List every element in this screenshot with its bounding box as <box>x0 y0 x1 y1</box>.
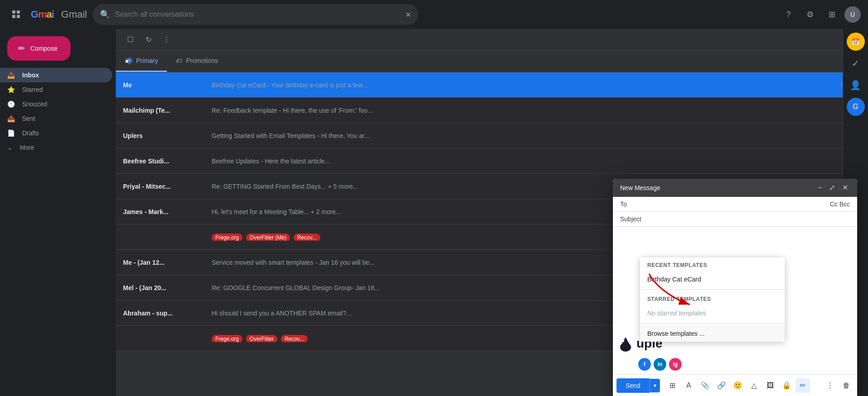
email-sender: Abraham - sup... <box>123 310 204 317</box>
right-panel-contacts-icon[interactable]: 👤 <box>847 76 865 94</box>
search-bar[interactable]: 🔍 ✕ <box>93 4 418 25</box>
snoozed-icon: 🕐 <box>7 100 15 108</box>
insert-link-button[interactable]: 🔗 <box>714 378 729 393</box>
avatar[interactable]: U <box>844 6 861 23</box>
compose-header: New Message − ⤢ ✕ <box>613 179 857 197</box>
sidebar-item-label: Inbox <box>22 72 39 79</box>
email-sender: Me - (Jan 12... <box>123 259 204 266</box>
format-text-button[interactable]: A <box>682 378 696 393</box>
more-icon: ⌄ <box>7 144 13 151</box>
select-all-btn[interactable]: ☐ <box>123 33 138 47</box>
to-label: To <box>620 200 643 208</box>
minimize-button[interactable]: − <box>816 183 824 192</box>
sidebar-item-starred[interactable]: ⭐ Starred <box>0 82 112 97</box>
svg-rect-3 <box>17 15 20 18</box>
cc-bcc-label[interactable]: Cc Bcc <box>830 200 850 208</box>
close-button[interactable]: ✕ <box>840 183 850 192</box>
inbox-icon: 📥 <box>7 72 15 79</box>
starred-templates-empty: No starred templates <box>640 305 785 321</box>
expand-button[interactable]: ⤢ <box>827 183 837 192</box>
svg-rect-2 <box>12 15 15 18</box>
templates-divider <box>640 289 785 290</box>
tab-primary-icon: 📬 <box>125 57 133 64</box>
recent-templates-title: Recent templates <box>640 258 785 271</box>
delete-draft-button[interactable]: 🗑 <box>839 378 854 393</box>
email-subject: Re: Feedback template - Hi there, the us… <box>212 107 854 114</box>
tag-pill: OverFitter (Me) <box>246 234 290 241</box>
browse-templates-button[interactable]: Browse templates ... <box>640 325 785 342</box>
send-btn-group: Send ▾ <box>617 378 660 393</box>
right-panel-calendar-icon[interactable]: 📅 <box>847 33 865 51</box>
compose-subject-field: Subject <box>613 212 857 227</box>
more-formatting-button[interactable]: ⊞ <box>665 378 680 393</box>
right-panel-blue-btn[interactable]: G <box>847 98 865 116</box>
compose-title: New Message <box>620 184 660 191</box>
tab-promotions-icon: 🏷 <box>176 57 182 64</box>
emoji-button[interactable]: 🙂 <box>730 378 745 393</box>
table-row[interactable]: Mailchimp (Te... Re: Feedback template -… <box>116 98 868 123</box>
help-icon[interactable]: ? <box>779 5 797 24</box>
sent-icon: 📤 <box>7 115 15 122</box>
to-input[interactable] <box>643 200 830 208</box>
social-facebook-icon[interactable]: f <box>638 358 651 371</box>
tag-pill: Recov... <box>281 335 308 342</box>
more-btn[interactable]: ⋮ <box>159 33 174 47</box>
send-dropdown-button[interactable]: ▾ <box>650 379 660 392</box>
sidebar-item-label: Snoozed <box>22 100 47 108</box>
compose-header-actions: − ⤢ ✕ <box>816 183 850 192</box>
social-linkedin-icon[interactable]: in <box>654 358 666 371</box>
search-clear-icon[interactable]: ✕ <box>405 10 411 19</box>
svg-rect-0 <box>12 10 15 14</box>
top-bar: Gmai Gmail 🔍 ✕ ? ⚙ ⊞ U <box>0 0 868 29</box>
starred-templates-title: Starred templates <box>640 291 785 305</box>
table-row[interactable]: Uplers Getting Started with Email Templa… <box>116 123 868 148</box>
google-logo: Gmai <box>31 9 54 20</box>
more-options-button[interactable]: ⋮ <box>823 378 837 393</box>
email-sender: James - Mark... <box>123 208 204 215</box>
apps-icon[interactable] <box>7 5 25 24</box>
right-panel-tasks-icon[interactable]: ✓ <box>847 54 865 72</box>
search-icon: 🔍 <box>100 10 110 19</box>
tab-primary[interactable]: 📬 Primary <box>116 51 167 72</box>
sidebar-item-inbox[interactable]: 📥 Inbox <box>0 68 112 82</box>
search-input[interactable] <box>115 10 400 19</box>
drive-button[interactable]: △ <box>747 378 761 393</box>
toolbar-row: ☐ ↻ ⋮ <box>116 29 868 51</box>
sidebar-item-label: Sent <box>22 115 35 122</box>
tag-pill: Recov... <box>294 234 320 241</box>
compose-button[interactable]: ✏ Compose <box>7 36 71 61</box>
sidebar-item-more[interactable]: ⌄ More <box>0 140 112 155</box>
template-item-label: Birthday Cat eCard <box>647 276 701 283</box>
grid-icon[interactable]: ⊞ <box>823 5 841 24</box>
email-subject: Beefree Updates - Here the latest articl… <box>212 157 854 165</box>
tab-promotions[interactable]: 🏷 Promotions <box>167 51 227 72</box>
refresh-btn[interactable]: ↻ <box>141 33 156 47</box>
email-sender: Me <box>123 81 204 89</box>
sidebar-item-label: Drafts <box>22 129 39 137</box>
email-sender: Beefree Studi... <box>123 157 204 165</box>
table-row[interactable]: Beefree Studi... Beefree Updates - Here … <box>116 148 868 174</box>
sidebar-item-snoozed[interactable]: 🕐 Snoozed <box>0 97 112 111</box>
template-item-birthday-cat[interactable]: Birthday Cat eCard <box>640 271 785 287</box>
lock-button[interactable]: 🔒 <box>779 378 794 393</box>
social-instagram-icon[interactable]: ig <box>669 358 682 371</box>
subject-input[interactable] <box>643 215 850 223</box>
table-row[interactable]: Me Birthday Cat eCard - Your birthday e-… <box>116 72 868 98</box>
svg-rect-1 <box>17 10 20 14</box>
compose-window: New Message − ⤢ ✕ To Cc Bcc Subject uple <box>613 179 857 396</box>
settings-icon[interactable]: ⚙ <box>801 5 819 24</box>
sidebar-item-sent[interactable]: 📤 Sent <box>0 111 112 126</box>
signature-button[interactable]: ✏ <box>796 378 810 393</box>
templates-dropdown: Recent templates Birthday Cat eCard Star… <box>640 258 785 342</box>
starred-icon: ⭐ <box>7 86 15 93</box>
top-bar-right: ? ⚙ ⊞ U <box>779 5 861 24</box>
email-sender: Mel - (Jan 20... <box>123 284 204 291</box>
compose-toolbar-right: ⋮ 🗑 <box>823 378 854 393</box>
compose-label: Compose <box>30 45 57 52</box>
insert-photo-button[interactable]: 🖼 <box>763 378 778 393</box>
sidebar-item-drafts[interactable]: 📄 Drafts <box>0 126 112 140</box>
sidebar-item-label: Starred <box>22 86 43 93</box>
tab-primary-label: Primary <box>136 57 158 64</box>
send-button[interactable]: Send <box>617 378 650 393</box>
attach-file-button[interactable]: 📎 <box>698 378 712 393</box>
